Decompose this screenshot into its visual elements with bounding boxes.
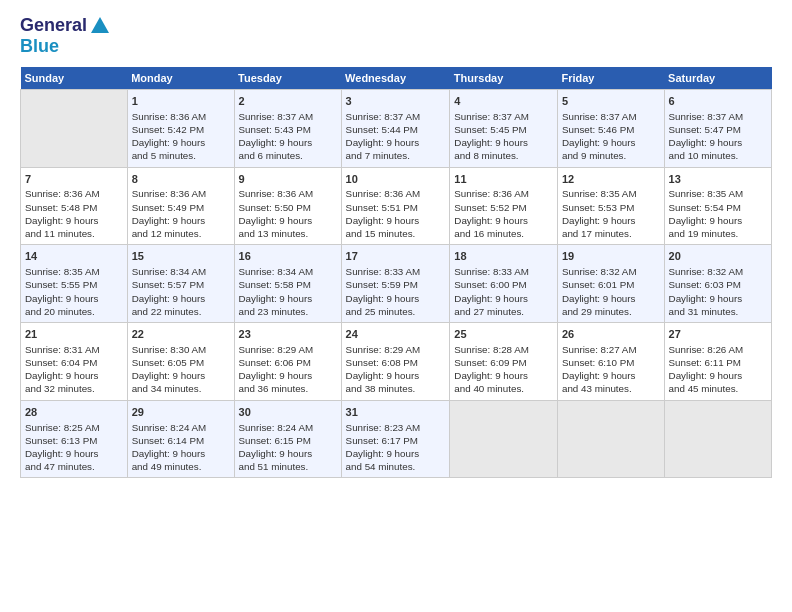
day-number: 25 bbox=[454, 327, 553, 342]
calendar-cell: 16Sunrise: 8:34 AMSunset: 5:58 PMDayligh… bbox=[234, 245, 341, 323]
day-number: 8 bbox=[132, 172, 230, 187]
day-number: 18 bbox=[454, 249, 553, 264]
day-number: 23 bbox=[239, 327, 337, 342]
calendar-cell: 29Sunrise: 8:24 AMSunset: 6:14 PMDayligh… bbox=[127, 400, 234, 478]
calendar-cell: 21Sunrise: 8:31 AMSunset: 6:04 PMDayligh… bbox=[21, 322, 128, 400]
day-info: Sunrise: 8:33 AMSunset: 5:59 PMDaylight:… bbox=[346, 265, 446, 318]
calendar-cell: 3Sunrise: 8:37 AMSunset: 5:44 PMDaylight… bbox=[341, 89, 450, 167]
calendar-cell: 25Sunrise: 8:28 AMSunset: 6:09 PMDayligh… bbox=[450, 322, 558, 400]
day-info: Sunrise: 8:36 AMSunset: 5:49 PMDaylight:… bbox=[132, 187, 230, 240]
logo-blue: Blue bbox=[20, 36, 59, 56]
day-number: 7 bbox=[25, 172, 123, 187]
svg-marker-0 bbox=[91, 17, 109, 33]
calendar-cell: 12Sunrise: 8:35 AMSunset: 5:53 PMDayligh… bbox=[557, 167, 664, 245]
calendar-cell: 22Sunrise: 8:30 AMSunset: 6:05 PMDayligh… bbox=[127, 322, 234, 400]
page-container: General Blue SundayMondayTuesdayWednesda… bbox=[0, 0, 792, 488]
day-number: 13 bbox=[669, 172, 767, 187]
day-number: 16 bbox=[239, 249, 337, 264]
day-info: Sunrise: 8:31 AMSunset: 6:04 PMDaylight:… bbox=[25, 343, 123, 396]
day-info: Sunrise: 8:37 AMSunset: 5:45 PMDaylight:… bbox=[454, 110, 553, 163]
day-number: 22 bbox=[132, 327, 230, 342]
calendar-cell: 26Sunrise: 8:27 AMSunset: 6:10 PMDayligh… bbox=[557, 322, 664, 400]
day-info: Sunrise: 8:28 AMSunset: 6:09 PMDaylight:… bbox=[454, 343, 553, 396]
day-number: 28 bbox=[25, 405, 123, 420]
day-number: 2 bbox=[239, 94, 337, 109]
calendar-cell: 20Sunrise: 8:32 AMSunset: 6:03 PMDayligh… bbox=[664, 245, 771, 323]
calendar-cell: 13Sunrise: 8:35 AMSunset: 5:54 PMDayligh… bbox=[664, 167, 771, 245]
calendar-cell: 10Sunrise: 8:36 AMSunset: 5:51 PMDayligh… bbox=[341, 167, 450, 245]
week-row-4: 21Sunrise: 8:31 AMSunset: 6:04 PMDayligh… bbox=[21, 322, 772, 400]
header-cell-monday: Monday bbox=[127, 67, 234, 90]
week-row-5: 28Sunrise: 8:25 AMSunset: 6:13 PMDayligh… bbox=[21, 400, 772, 478]
calendar-cell: 1Sunrise: 8:36 AMSunset: 5:42 PMDaylight… bbox=[127, 89, 234, 167]
calendar-cell: 14Sunrise: 8:35 AMSunset: 5:55 PMDayligh… bbox=[21, 245, 128, 323]
calendar-cell bbox=[664, 400, 771, 478]
day-number: 31 bbox=[346, 405, 446, 420]
calendar-cell bbox=[557, 400, 664, 478]
calendar-cell: 30Sunrise: 8:24 AMSunset: 6:15 PMDayligh… bbox=[234, 400, 341, 478]
header: General Blue bbox=[20, 15, 772, 57]
header-cell-friday: Friday bbox=[557, 67, 664, 90]
day-number: 27 bbox=[669, 327, 767, 342]
logo: General Blue bbox=[20, 15, 111, 57]
day-number: 5 bbox=[562, 94, 660, 109]
day-info: Sunrise: 8:23 AMSunset: 6:17 PMDaylight:… bbox=[346, 421, 446, 474]
day-info: Sunrise: 8:37 AMSunset: 5:43 PMDaylight:… bbox=[239, 110, 337, 163]
day-info: Sunrise: 8:24 AMSunset: 6:15 PMDaylight:… bbox=[239, 421, 337, 474]
calendar-cell: 2Sunrise: 8:37 AMSunset: 5:43 PMDaylight… bbox=[234, 89, 341, 167]
day-info: Sunrise: 8:27 AMSunset: 6:10 PMDaylight:… bbox=[562, 343, 660, 396]
header-cell-tuesday: Tuesday bbox=[234, 67, 341, 90]
day-info: Sunrise: 8:34 AMSunset: 5:58 PMDaylight:… bbox=[239, 265, 337, 318]
calendar-cell: 28Sunrise: 8:25 AMSunset: 6:13 PMDayligh… bbox=[21, 400, 128, 478]
day-number: 20 bbox=[669, 249, 767, 264]
calendar-cell: 23Sunrise: 8:29 AMSunset: 6:06 PMDayligh… bbox=[234, 322, 341, 400]
day-info: Sunrise: 8:36 AMSunset: 5:48 PMDaylight:… bbox=[25, 187, 123, 240]
day-info: Sunrise: 8:35 AMSunset: 5:53 PMDaylight:… bbox=[562, 187, 660, 240]
day-number: 9 bbox=[239, 172, 337, 187]
day-info: Sunrise: 8:25 AMSunset: 6:13 PMDaylight:… bbox=[25, 421, 123, 474]
calendar-cell: 5Sunrise: 8:37 AMSunset: 5:46 PMDaylight… bbox=[557, 89, 664, 167]
calendar-cell bbox=[21, 89, 128, 167]
day-number: 15 bbox=[132, 249, 230, 264]
calendar-cell: 17Sunrise: 8:33 AMSunset: 5:59 PMDayligh… bbox=[341, 245, 450, 323]
day-number: 24 bbox=[346, 327, 446, 342]
calendar-cell: 6Sunrise: 8:37 AMSunset: 5:47 PMDaylight… bbox=[664, 89, 771, 167]
day-info: Sunrise: 8:35 AMSunset: 5:54 PMDaylight:… bbox=[669, 187, 767, 240]
logo-text: General Blue bbox=[20, 15, 111, 57]
day-number: 10 bbox=[346, 172, 446, 187]
day-info: Sunrise: 8:35 AMSunset: 5:55 PMDaylight:… bbox=[25, 265, 123, 318]
day-info: Sunrise: 8:29 AMSunset: 6:06 PMDaylight:… bbox=[239, 343, 337, 396]
day-number: 30 bbox=[239, 405, 337, 420]
calendar-cell: 15Sunrise: 8:34 AMSunset: 5:57 PMDayligh… bbox=[127, 245, 234, 323]
header-row: SundayMondayTuesdayWednesdayThursdayFrid… bbox=[21, 67, 772, 90]
day-info: Sunrise: 8:36 AMSunset: 5:51 PMDaylight:… bbox=[346, 187, 446, 240]
day-number: 6 bbox=[669, 94, 767, 109]
header-cell-sunday: Sunday bbox=[21, 67, 128, 90]
calendar-cell: 24Sunrise: 8:29 AMSunset: 6:08 PMDayligh… bbox=[341, 322, 450, 400]
calendar-cell: 11Sunrise: 8:36 AMSunset: 5:52 PMDayligh… bbox=[450, 167, 558, 245]
day-info: Sunrise: 8:36 AMSunset: 5:42 PMDaylight:… bbox=[132, 110, 230, 163]
day-number: 21 bbox=[25, 327, 123, 342]
day-number: 19 bbox=[562, 249, 660, 264]
header-cell-saturday: Saturday bbox=[664, 67, 771, 90]
day-info: Sunrise: 8:37 AMSunset: 5:46 PMDaylight:… bbox=[562, 110, 660, 163]
day-number: 1 bbox=[132, 94, 230, 109]
calendar-cell: 4Sunrise: 8:37 AMSunset: 5:45 PMDaylight… bbox=[450, 89, 558, 167]
day-info: Sunrise: 8:37 AMSunset: 5:44 PMDaylight:… bbox=[346, 110, 446, 163]
day-info: Sunrise: 8:36 AMSunset: 5:52 PMDaylight:… bbox=[454, 187, 553, 240]
calendar-cell: 18Sunrise: 8:33 AMSunset: 6:00 PMDayligh… bbox=[450, 245, 558, 323]
day-info: Sunrise: 8:33 AMSunset: 6:00 PMDaylight:… bbox=[454, 265, 553, 318]
day-number: 29 bbox=[132, 405, 230, 420]
calendar-cell: 19Sunrise: 8:32 AMSunset: 6:01 PMDayligh… bbox=[557, 245, 664, 323]
day-number: 4 bbox=[454, 94, 553, 109]
calendar-cell: 7Sunrise: 8:36 AMSunset: 5:48 PMDaylight… bbox=[21, 167, 128, 245]
day-info: Sunrise: 8:37 AMSunset: 5:47 PMDaylight:… bbox=[669, 110, 767, 163]
calendar-cell: 31Sunrise: 8:23 AMSunset: 6:17 PMDayligh… bbox=[341, 400, 450, 478]
calendar-table: SundayMondayTuesdayWednesdayThursdayFrid… bbox=[20, 67, 772, 479]
day-info: Sunrise: 8:26 AMSunset: 6:11 PMDaylight:… bbox=[669, 343, 767, 396]
day-number: 3 bbox=[346, 94, 446, 109]
day-number: 14 bbox=[25, 249, 123, 264]
week-row-1: 1Sunrise: 8:36 AMSunset: 5:42 PMDaylight… bbox=[21, 89, 772, 167]
calendar-cell bbox=[450, 400, 558, 478]
day-number: 12 bbox=[562, 172, 660, 187]
